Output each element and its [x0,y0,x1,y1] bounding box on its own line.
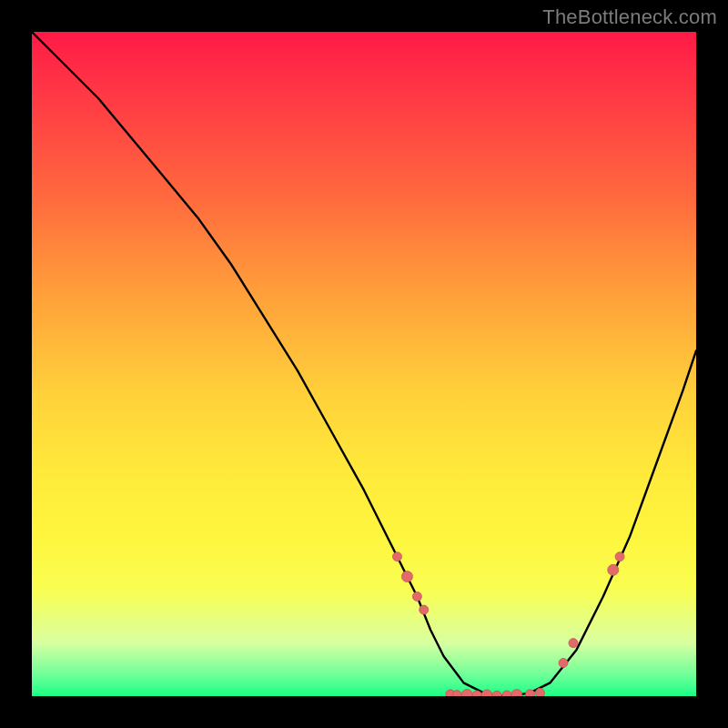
data-marker [559,659,568,668]
watermark-text: TheBottleneck.com [542,5,717,29]
data-marker [393,552,402,561]
data-marker [472,691,481,696]
data-marker [526,690,535,696]
bottleneck-curve [32,32,696,696]
data-marker [569,639,578,648]
data-marker [492,691,501,696]
data-marker [502,691,511,696]
data-marker [401,571,412,582]
chart-frame: TheBottleneck.com [0,0,728,728]
data-marker [615,552,624,561]
data-marker [452,691,461,696]
data-marker [420,605,429,614]
data-marker [412,592,421,602]
chart-svg [32,32,696,696]
data-marker [535,688,544,696]
data-marker [511,690,522,696]
data-marker [461,690,472,696]
data-marker [481,690,492,696]
data-marker [608,564,619,575]
